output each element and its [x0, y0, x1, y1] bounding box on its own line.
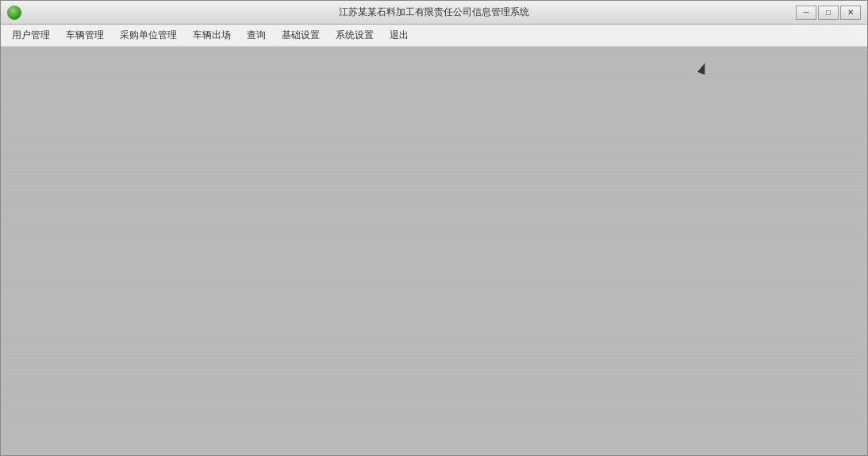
menu-purchase-unit-management[interactable]: 采购单位管理 [112, 25, 185, 45]
menu-vehicle-management[interactable]: 车辆管理 [58, 25, 112, 45]
maximize-button[interactable]: □ [818, 6, 839, 20]
window-title: 江苏某某石料加工有限责任公司信息管理系统 [339, 6, 529, 19]
menu-basic-settings[interactable]: 基础设置 [274, 25, 328, 45]
close-button[interactable]: ✕ [840, 6, 861, 20]
menu-system-settings[interactable]: 系统设置 [328, 25, 382, 45]
window-controls: ─ □ ✕ [796, 6, 861, 20]
title-bar: 江苏某某石料加工有限责任公司信息管理系统 ─ □ ✕ [1, 1, 867, 25]
menu-logout[interactable]: 退出 [382, 25, 417, 45]
main-content [1, 47, 867, 455]
title-bar-left [7, 6, 21, 20]
minimize-button[interactable]: ─ [796, 6, 816, 20]
app-window: 江苏某某石料加工有限责任公司信息管理系统 ─ □ ✕ 用户管理 车辆管理 采购单… [0, 0, 868, 456]
app-icon [7, 6, 21, 20]
menu-vehicle-exit[interactable]: 车辆出场 [185, 25, 239, 45]
menu-bar: 用户管理 车辆管理 采购单位管理 车辆出场 查询 基础设置 系统设置 退出 [1, 25, 867, 47]
mouse-cursor [699, 63, 709, 77]
menu-query[interactable]: 查询 [239, 25, 274, 45]
menu-user-management[interactable]: 用户管理 [4, 25, 58, 45]
